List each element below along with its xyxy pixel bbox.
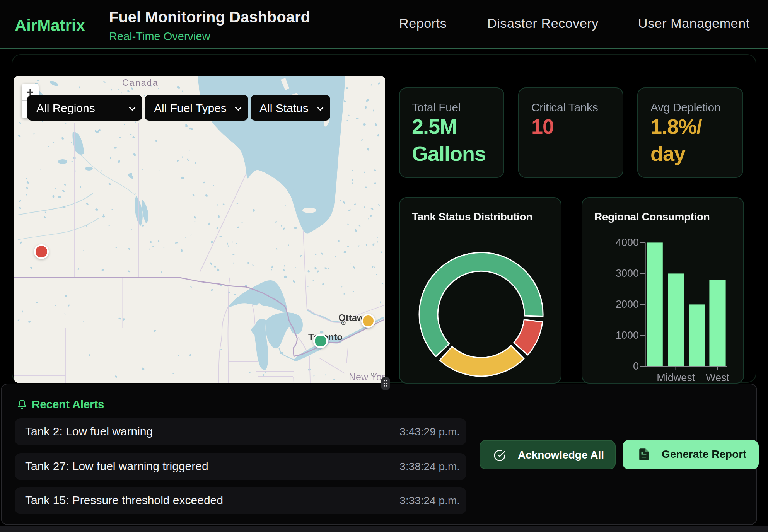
svg-text:New York: New York xyxy=(349,372,385,382)
svg-text:Canada: Canada xyxy=(122,78,159,88)
svg-text:Midwest: Midwest xyxy=(656,372,695,384)
svg-text:0: 0 xyxy=(633,360,638,372)
svg-text:1000: 1000 xyxy=(615,329,638,341)
svg-text:3000: 3000 xyxy=(615,268,638,279)
svg-text:4000: 4000 xyxy=(615,237,638,248)
svg-text:West: West xyxy=(705,372,729,384)
svg-text:2000: 2000 xyxy=(615,298,638,310)
